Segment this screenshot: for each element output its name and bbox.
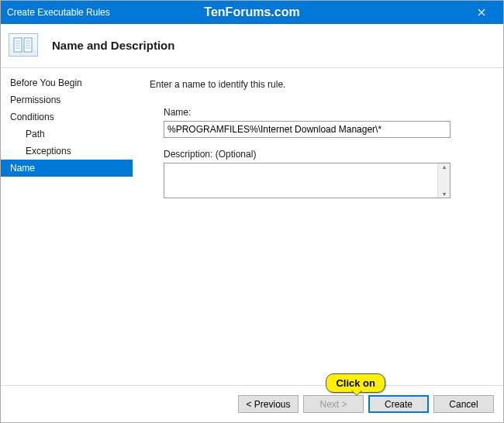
name-label: Name:: [164, 107, 489, 118]
wizard-body: Before You Begin Permissions Conditions …: [1, 68, 503, 385]
sidebar-item-before-you-begin[interactable]: Before You Begin: [1, 74, 133, 91]
document-icon: [13, 37, 33, 53]
watermark-text: TenForums.com: [204, 5, 299, 19]
close-button[interactable]: [466, 1, 497, 24]
sidebar-item-permissions[interactable]: Permissions: [1, 91, 133, 108]
scroll-down-icon: ▾: [443, 191, 446, 198]
wizard-icon: [9, 33, 38, 57]
wizard-content: Enter a name to identify this rule. Name…: [133, 68, 503, 385]
description-input[interactable]: [164, 163, 437, 198]
description-wrap: ▴ ▾: [164, 163, 450, 198]
close-icon: [478, 9, 485, 16]
svg-rect-0: [14, 38, 22, 52]
wizard-window: Create Executable Rules TenForums.com Na…: [0, 0, 504, 423]
sidebar-item-conditions[interactable]: Conditions: [1, 108, 133, 126]
create-button[interactable]: Create: [368, 395, 429, 413]
previous-button[interactable]: < Previous: [238, 395, 299, 413]
wizard-footer: Click on < Previous Next > Create Cancel: [1, 385, 503, 422]
sidebar-item-exceptions[interactable]: Exceptions: [1, 143, 133, 160]
svg-rect-1: [24, 38, 32, 52]
textarea-scrollbar[interactable]: ▴ ▾: [437, 163, 450, 198]
cancel-button[interactable]: Cancel: [433, 395, 494, 413]
annotation-callout: Click on: [326, 373, 385, 393]
page-title: Name and Description: [52, 39, 174, 52]
scroll-up-icon: ▴: [443, 163, 446, 170]
wizard-sidebar: Before You Begin Permissions Conditions …: [1, 68, 133, 385]
description-label: Description: (Optional): [164, 149, 489, 160]
instruction-text: Enter a name to identify this rule.: [150, 79, 489, 90]
name-input[interactable]: [164, 121, 450, 138]
sidebar-item-name[interactable]: Name: [1, 160, 133, 177]
wizard-header: Name and Description: [1, 24, 503, 68]
titlebar: Create Executable Rules TenForums.com: [1, 1, 503, 24]
window-title: Create Executable Rules: [7, 7, 110, 18]
sidebar-item-path[interactable]: Path: [1, 126, 133, 143]
